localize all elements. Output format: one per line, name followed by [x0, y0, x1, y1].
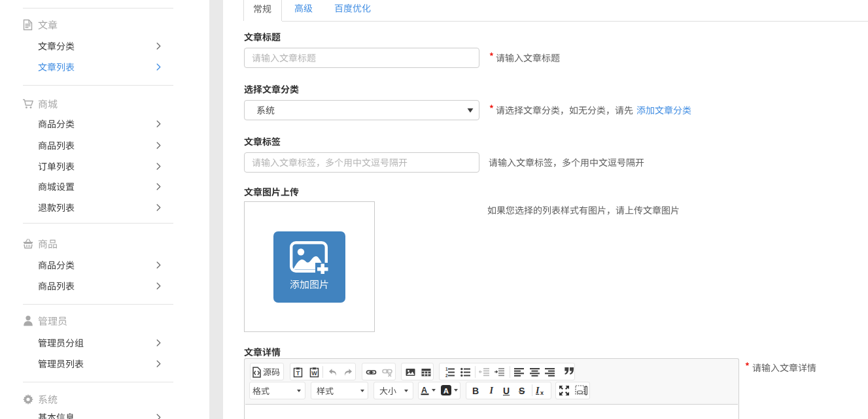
- svg-text:A: A: [421, 386, 427, 395]
- svg-text:1: 1: [445, 367, 448, 371]
- svg-text:T: T: [296, 370, 300, 377]
- svg-text:2: 2: [445, 373, 448, 378]
- svg-text:A: A: [443, 387, 449, 395]
- svg-text:W: W: [311, 370, 317, 377]
